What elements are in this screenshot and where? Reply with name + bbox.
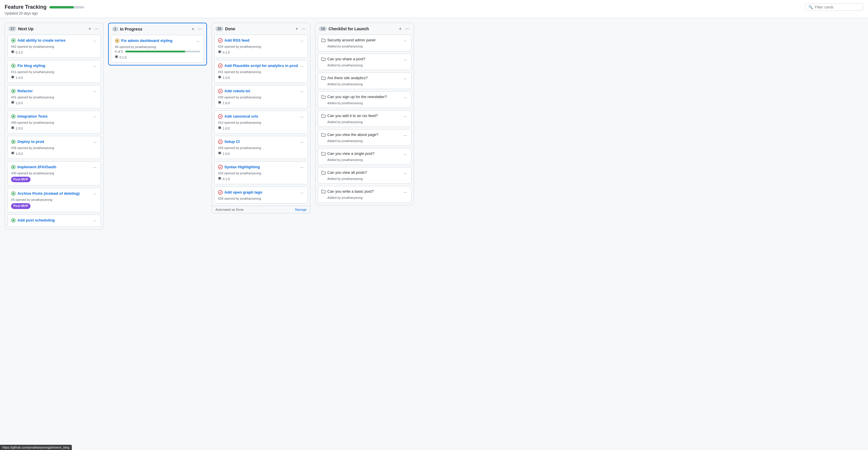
card: Setup CI ··· #34 opened by jonathanyeong…: [214, 136, 308, 159]
card-menu-btn[interactable]: ···: [300, 88, 304, 94]
card-menu-btn[interactable]: ···: [92, 88, 97, 94]
card-title-area: Setup CI: [218, 139, 298, 144]
checklist-card-title: Can you sign up for the newsletter?: [327, 94, 387, 99]
card-menu-btn[interactable]: ···: [300, 63, 304, 69]
filter-input-wrapper[interactable]: 🔍: [805, 3, 863, 11]
card-milestone: 1.0.0: [16, 152, 23, 156]
column-menu-btn[interactable]: ···: [94, 26, 100, 32]
card-header: Add canonical urls ···: [218, 114, 304, 120]
checklist-card-header: Security around admin panel ···: [321, 38, 407, 44]
card-title[interactable]: Fix blog styling: [18, 63, 45, 68]
page-header: Feature Tracking 🔍 Updated 20 days ago: [0, 0, 868, 18]
card-title-area: Syntax Highlighting: [218, 165, 298, 170]
card-meta: #36 opened by jonathanyeong: [11, 146, 97, 150]
svg-point-17: [116, 40, 118, 41]
card-menu-btn[interactable]: ···: [300, 165, 304, 170]
checklist-menu-btn[interactable]: ···: [403, 76, 407, 82]
card-meta: #42 opened by jonathanyeong: [11, 45, 97, 48]
column-title: Next Up: [18, 27, 86, 31]
card-title[interactable]: Archive Posts (instead of deleting): [18, 191, 80, 196]
checklist-icon: [321, 57, 326, 62]
card-menu-btn[interactable]: ···: [196, 38, 200, 44]
add-card-btn[interactable]: +: [190, 26, 195, 32]
column-header: 17 Next Up + ···: [5, 23, 103, 35]
checklist-menu-btn[interactable]: ···: [403, 170, 407, 176]
card-footer: 1.0.0: [218, 101, 304, 105]
card-menu-btn[interactable]: ···: [300, 139, 304, 145]
checklist-card-header: Can you view all posts? ···: [321, 170, 407, 176]
card-footer: 0.1.0: [11, 50, 97, 54]
checklist-card-title: Can you view the about page?: [327, 133, 378, 137]
add-card-btn[interactable]: +: [87, 26, 92, 32]
card-title[interactable]: Syntax Highlighting: [224, 165, 260, 170]
card: Add robots.txt ··· #39 opened by jonatha…: [214, 85, 308, 108]
card-meta: #41 opened by jonathanyeong: [11, 95, 97, 99]
checklist-menu-btn[interactable]: ···: [403, 133, 407, 138]
card-menu-btn[interactable]: ···: [92, 218, 97, 224]
card-title[interactable]: Implement 2FA/Oauth: [18, 165, 56, 170]
card-title[interactable]: Add open graph tags: [224, 190, 262, 195]
card-meta: #3 opened by jonathanyeong: [11, 198, 97, 201]
card-title[interactable]: Fix admin dashboard styling: [121, 38, 173, 44]
card-title[interactable]: Add Plausible script for analytics in pr…: [224, 63, 298, 68]
filter-area: 🔍: [805, 3, 863, 11]
checklist-menu-btn[interactable]: ···: [403, 189, 407, 195]
checklist-menu-btn[interactable]: ···: [403, 151, 407, 157]
column-next-up: 17 Next Up + ··· Add ability to create s…: [5, 23, 103, 229]
card-milestone: 1.0.0: [16, 126, 23, 130]
card-meta: #30 opened by jonathanyeong: [11, 171, 97, 175]
card-menu-btn[interactable]: ···: [92, 63, 97, 69]
card-menu-btn[interactable]: ···: [92, 191, 97, 197]
column-menu-btn[interactable]: ···: [404, 26, 410, 32]
card-milestone: 0.1.0: [120, 56, 126, 59]
progress-bar-fill: [50, 6, 74, 8]
checklist-card: Can you view all posts? ··· Added by jon…: [318, 167, 411, 184]
progress-bar: [50, 6, 84, 8]
card-meta: #34 opened by jonathanyeong: [218, 146, 304, 150]
card-menu-btn[interactable]: ···: [300, 114, 304, 120]
card-title[interactable]: Add canonical urls: [224, 114, 258, 119]
card-title[interactable]: Deploy to prod: [18, 139, 44, 144]
checklist-title-area: Can you sign up for the newsletter?: [321, 94, 403, 100]
checklist-card: Can you share a post? ··· Added by jonat…: [318, 54, 411, 70]
card-title[interactable]: Add robots.txt: [224, 88, 250, 94]
column-menu-btn[interactable]: ···: [301, 26, 307, 32]
svg-point-7: [12, 116, 14, 117]
column-menu-btn[interactable]: ···: [197, 26, 203, 32]
card-menu-btn[interactable]: ···: [300, 38, 304, 44]
card-menu-btn[interactable]: ···: [92, 38, 97, 44]
card-title[interactable]: Refactor: [18, 88, 33, 94]
updated-text: Updated 20 days ago: [5, 11, 863, 16]
checklist-menu-btn[interactable]: ···: [403, 57, 407, 63]
card-title[interactable]: Add post scheduling: [18, 218, 55, 223]
card-header: Syntax Highlighting ···: [218, 165, 304, 170]
card-title[interactable]: Add RSS feed: [224, 38, 249, 43]
column-count: 10: [319, 27, 327, 31]
checklist-menu-btn[interactable]: ···: [403, 38, 407, 44]
manage-link[interactable]: Manage: [295, 208, 307, 211]
checklist-title-area: Can you view a single post?: [321, 151, 403, 157]
add-card-btn[interactable]: +: [294, 26, 299, 32]
card: Add canonical urls ··· #12 opened by jon…: [214, 111, 308, 134]
card-menu-btn[interactable]: ···: [92, 139, 97, 145]
checklist-title-area: Can you view the about page?: [321, 133, 403, 138]
checklist-menu-btn[interactable]: ···: [403, 114, 407, 119]
filter-input[interactable]: [815, 5, 860, 9]
card-footer: 1.0.0: [218, 151, 304, 156]
checklist-menu-btn[interactable]: ···: [403, 94, 407, 101]
card-menu-btn[interactable]: ···: [300, 190, 304, 196]
card-title[interactable]: Integration Tests: [18, 114, 48, 119]
card-title-area: Fix blog styling: [11, 63, 91, 68]
add-card-btn[interactable]: +: [398, 26, 403, 32]
checklist-title-area: Can you view all posts?: [321, 170, 403, 175]
checklist-card-meta: Added by jonathanyeong: [321, 196, 407, 199]
checklist-card: Security around admin panel ··· Added by…: [318, 35, 411, 51]
card-title[interactable]: Setup CI: [224, 139, 240, 144]
card-title-area: Refactor: [11, 88, 91, 94]
card-title[interactable]: Add ability to create series: [18, 38, 65, 43]
checklist-title-area: Can you write a basic post?: [321, 189, 403, 194]
card-menu-btn[interactable]: ···: [92, 114, 97, 120]
card-menu-btn[interactable]: ···: [92, 165, 97, 170]
card: Integration Tests ··· #40 opened by jona…: [7, 111, 101, 134]
column-actions: + ···: [294, 26, 307, 32]
